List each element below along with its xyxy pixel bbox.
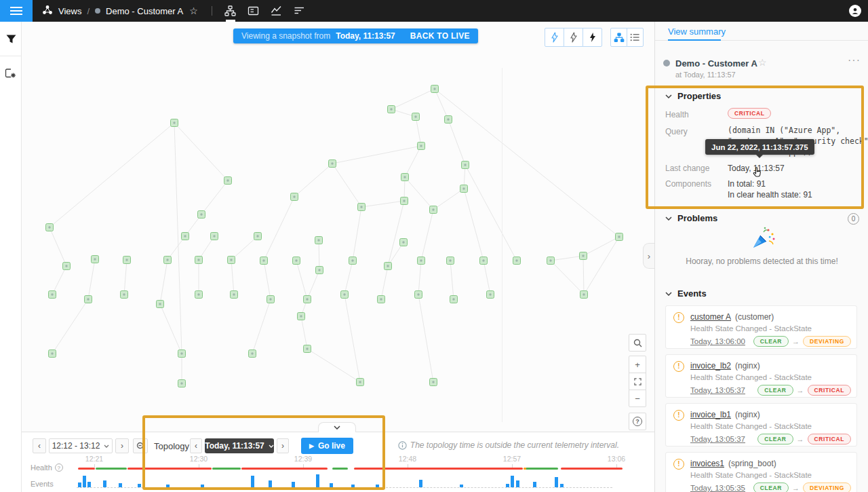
list-mode-button[interactable] (627, 28, 644, 47)
topology-node-icon (300, 315, 302, 317)
topology-edge (332, 164, 361, 207)
topology-time-next-button[interactable]: › (277, 438, 289, 453)
event-time-link[interactable]: Today, 13:05:37 (690, 386, 745, 394)
topology-edge (381, 266, 388, 299)
topology-node-icon (403, 200, 405, 202)
search-zoom-button[interactable] (629, 334, 646, 352)
snapshot-banner-time: Today, 11:13:57 (336, 31, 395, 41)
topology-node-icon (417, 293, 419, 295)
topology-node-icon (452, 298, 454, 300)
nav-views[interactable]: Views (58, 6, 81, 16)
event-component-link[interactable]: customer A (690, 312, 731, 322)
telemetry-prev-button[interactable]: ‹ (33, 438, 46, 453)
events-baseline (77, 487, 612, 488)
health-label-text: Health (31, 463, 52, 472)
topology-edge (465, 165, 517, 261)
event-count-bar (83, 476, 86, 487)
topology-node-icon (380, 298, 382, 300)
event-component-link[interactable]: invoices1 (690, 459, 724, 468)
breadcrumb-separator: / (87, 6, 90, 16)
event-component-link[interactable]: invoice_lb2 (690, 361, 731, 371)
topology-time-dropdown[interactable]: Today, 11:13:57 (205, 438, 274, 453)
tab-view-summary[interactable]: View summary (668, 26, 726, 37)
user-avatar[interactable] (849, 5, 861, 17)
collapse-timeline-button[interactable] (318, 422, 356, 432)
topology-node-icon (200, 213, 202, 215)
bolt-outline-button[interactable] (545, 28, 564, 47)
topology-edge (583, 256, 584, 295)
mouse-cursor (753, 167, 763, 181)
properties-section-header[interactable]: Properties (665, 91, 721, 101)
problems-section-header[interactable]: Problems (665, 213, 717, 223)
topology-node-icon (351, 259, 353, 261)
event-count-bar (201, 485, 204, 487)
filter-panel-button[interactable] (0, 27, 22, 50)
timeline-tick-label: 12:39 (294, 455, 312, 463)
topology-time-prev-button[interactable]: ‹ (190, 438, 202, 453)
topology-node-icon (464, 164, 466, 166)
topology-node-icon (343, 293, 345, 295)
health-help-icon[interactable]: ? (55, 463, 63, 472)
bolt-dim-button[interactable] (564, 28, 583, 47)
back-to-live-button[interactable]: BACK TO LIVE (410, 31, 470, 41)
topology-node-icon (432, 381, 434, 383)
timeline-zoom-out-button[interactable] (133, 438, 148, 453)
zoom-to-fit-button[interactable] (629, 373, 646, 390)
event-count-bar (87, 482, 91, 487)
more-options-icon[interactable]: ··· (848, 54, 861, 67)
properties-title: Properties (677, 91, 721, 101)
topology-edge (307, 270, 319, 299)
bolt-solid-button[interactable] (583, 28, 602, 47)
arrow-right-icon: → (792, 484, 800, 492)
event-count-bar (506, 484, 509, 487)
topology-view-tab[interactable] (219, 0, 242, 22)
telemetry-next-button[interactable]: › (115, 438, 129, 453)
active-tab-underline (668, 39, 721, 41)
event-time-link[interactable]: Today, 13:06:00 (690, 337, 745, 345)
health-row-label: Health ? (31, 463, 63, 472)
help-button[interactable]: ? (629, 413, 646, 430)
topology-edge (344, 261, 353, 295)
metrics-view-tab[interactable] (265, 0, 288, 22)
topology-node-icon (402, 241, 404, 243)
breadcrumb-view-name: Demo - Customer A (106, 6, 183, 16)
topology-edge (418, 261, 421, 295)
topology-node-icon (489, 293, 491, 295)
left-sidebar (0, 22, 22, 492)
topology-node-icon (256, 235, 258, 237)
expand-panel-handle[interactable]: › (643, 243, 654, 269)
topology-node-icon (180, 382, 182, 384)
event-component-link[interactable]: invoice_lb1 (690, 410, 731, 419)
timeline-notice: The topology time is outside the current… (398, 440, 619, 450)
topology-edge (435, 89, 448, 119)
topology-node-icon (390, 108, 392, 110)
topology-node-icon (360, 206, 362, 208)
view-settings-button[interactable] (0, 62, 22, 85)
topology-edge (52, 299, 88, 354)
event-time-link[interactable]: Today, 13:05:35 (690, 484, 745, 492)
health-state-segment (96, 468, 127, 470)
time-tooltip: Jun 22, 2022, 11:13:57.375 (705, 139, 814, 155)
topology-edge (448, 119, 465, 165)
events-section-header[interactable]: Events (665, 288, 707, 299)
telemetry-interval-dropdown[interactable]: 12:12 - 13:12 (49, 438, 113, 453)
event-description: Health State Changed - StackState (690, 471, 812, 479)
event-time-link[interactable]: Today, 13:05:37 (690, 435, 745, 443)
health-event-icon: ! (673, 410, 684, 421)
topology-node-icon (166, 259, 168, 261)
topology-node-icon (51, 293, 53, 295)
state-pill-to: CRITICAL (808, 385, 851, 396)
traces-view-tab[interactable] (288, 0, 311, 22)
view-favorite-star-icon[interactable]: ☆ (758, 57, 767, 68)
zoom-out-button[interactable]: − (629, 390, 646, 407)
topology-node-icon (618, 235, 620, 238)
graph-mode-button[interactable] (610, 28, 627, 47)
menu-button[interactable] (0, 0, 33, 22)
components-view-tab[interactable] (242, 0, 265, 22)
topology-node-icon (420, 259, 422, 261)
topology-canvas[interactable]: Viewing a snapshot from Today, 11:13:57 … (22, 22, 654, 432)
topology-graph (22, 22, 654, 432)
zoom-in-button[interactable]: + (629, 356, 646, 373)
go-live-button[interactable]: ▶ Go live (301, 438, 353, 454)
favorite-star-icon[interactable]: ☆ (189, 5, 198, 16)
